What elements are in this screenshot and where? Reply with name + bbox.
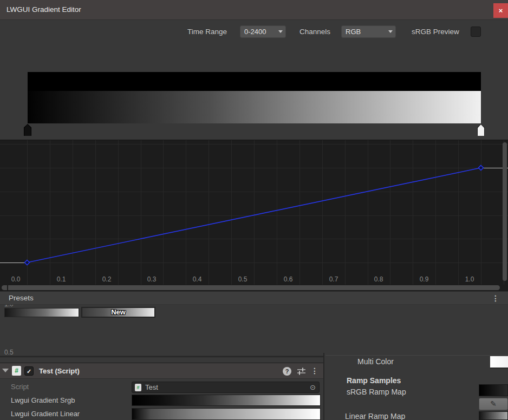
inspector-panel: # ✓ Test (Script) ? ⋮ Script # Test ⊙ Lw… xyxy=(0,358,323,420)
horizontal-scrollbar-grip xyxy=(7,285,8,290)
x-tick: 0.0 xyxy=(4,275,27,283)
presets-header: Presets ⋮ xyxy=(0,291,508,305)
x-tick: 0.1 xyxy=(50,275,73,283)
csharp-script-icon: # xyxy=(12,366,21,376)
gradient-linear-label: Lwgui Gradient Linear xyxy=(11,410,80,418)
channels-value: RGB xyxy=(346,28,361,36)
gradient-key-left-fill xyxy=(24,124,31,136)
time-range-label: Time Range xyxy=(187,28,227,36)
vertical-scrollbar[interactable] xyxy=(503,142,507,281)
y-tick-05: 0.5 xyxy=(4,349,17,356)
script-object-value: Test xyxy=(145,383,158,391)
alpha-track[interactable] xyxy=(28,72,481,91)
chevron-down-icon xyxy=(278,30,283,33)
curve-canvas xyxy=(0,140,508,285)
close-icon[interactable]: × xyxy=(493,3,508,18)
gradient-linear-field[interactable] xyxy=(132,408,321,420)
kebab-menu-icon[interactable]: ⋮ xyxy=(492,294,499,303)
preset-new-button[interactable]: New xyxy=(81,307,155,318)
srgb-preview-checkbox[interactable] xyxy=(471,27,481,37)
gradient-preview-bar[interactable] xyxy=(28,91,481,123)
curve-line[interactable] xyxy=(27,168,481,262)
x-tick: 0.5 xyxy=(231,275,254,283)
presets-title: Presets xyxy=(9,294,34,302)
multi-color-label: Multi Color xyxy=(357,357,394,366)
foldout-icon[interactable] xyxy=(2,369,9,372)
curve-key-start[interactable] xyxy=(25,260,30,265)
x-tick: 0.4 xyxy=(186,275,209,283)
x-tick: 0.2 xyxy=(95,275,118,283)
gradient-srgb-field[interactable] xyxy=(132,395,321,406)
gradient-key-right[interactable] xyxy=(477,124,485,136)
window-title: LWGUI Gradient Editor xyxy=(6,5,81,14)
ramp-samples-heading: Ramp Samples xyxy=(347,376,401,385)
srgb-ramp-swatch[interactable] xyxy=(479,384,508,396)
linear-ramp-map-label: Linear Ramp Map xyxy=(345,412,405,420)
time-range-dropdown[interactable]: 0-2400 xyxy=(240,25,286,38)
kebab-menu-icon[interactable]: ⋮ xyxy=(311,366,318,375)
presets-sliders-icon[interactable] xyxy=(297,367,306,376)
curve-key-end[interactable] xyxy=(479,166,484,170)
x-tick: 1.0 xyxy=(458,275,481,283)
material-inspector-panel: Multi Color Ramp Samples sRGB Ramp Map ✎… xyxy=(324,349,508,420)
script-object-field[interactable]: # Test ⊙ xyxy=(132,382,320,393)
edit-pencil-icon: ✎ xyxy=(490,399,497,408)
channels-label: Channels xyxy=(299,28,330,36)
x-tick: 0.7 xyxy=(322,275,345,283)
channels-dropdown[interactable]: RGB xyxy=(341,25,396,38)
help-icon[interactable]: ? xyxy=(283,367,291,376)
gradient-srgb-label: Lwgui Gradient Srgb xyxy=(11,396,75,404)
chevron-down-icon xyxy=(388,30,393,33)
component-enabled-checkbox[interactable]: ✓ xyxy=(24,366,34,376)
linear-ramp-swatch[interactable] xyxy=(479,411,508,420)
edit-ramp-button[interactable]: ✎ xyxy=(479,398,508,410)
csharp-script-icon: # xyxy=(135,384,141,391)
component-title: Test (Script) xyxy=(39,367,80,375)
time-range-value: 0-2400 xyxy=(244,28,266,36)
script-row-label: Script xyxy=(11,383,29,391)
srgb-preview-label: sRGB Preview xyxy=(412,28,459,36)
x-tick: 0.6 xyxy=(277,275,299,283)
multi-color-swatch[interactable] xyxy=(490,356,508,369)
srgb-ramp-map-label: sRGB Ramp Map xyxy=(347,388,406,396)
x-tick: 0.3 xyxy=(140,275,163,283)
title-bar[interactable]: LWGUI Gradient Editor × xyxy=(0,0,508,20)
x-tick: 0.9 xyxy=(413,275,435,283)
preset-gradient-swatch[interactable] xyxy=(4,308,79,317)
panel-top-border xyxy=(325,355,508,356)
gradient-key-left[interactable] xyxy=(24,124,31,136)
curve-plot[interactable]: 1.0 0.5 0.0 0.0 0.1 0.2 0.3 0.4 0.5 0.6 … xyxy=(0,140,508,291)
component-header[interactable]: # ✓ Test (Script) ? ⋮ xyxy=(0,363,323,379)
x-tick: 0.8 xyxy=(367,275,390,283)
horizontal-scrollbar[interactable] xyxy=(2,285,500,290)
gradient-key-right-fill xyxy=(478,124,484,136)
lwgui-gradient-editor-window: LWGUI Gradient Editor × Time Range 0-240… xyxy=(0,0,508,420)
object-picker-icon[interactable]: ⊙ xyxy=(310,383,316,391)
